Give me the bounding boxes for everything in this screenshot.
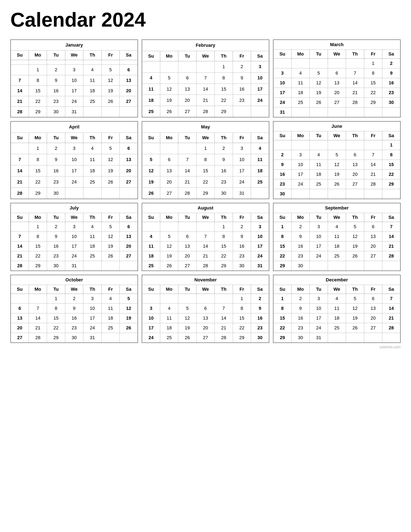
day-cell	[120, 333, 138, 343]
day-cell: 6	[178, 232, 196, 241]
day-cell: 26	[160, 106, 178, 117]
day-cell: 18	[83, 241, 101, 251]
day-cell: 14	[196, 241, 214, 251]
day-cell: 21	[196, 251, 214, 261]
calendar-grid: JanuarySuMoTuWeThFrSa1234567891011121314…	[10, 39, 401, 343]
day-header-fr: Fr	[101, 213, 119, 222]
day-cell: 10	[65, 154, 83, 165]
day-cell: 21	[364, 170, 382, 179]
day-cell: 8	[196, 154, 214, 165]
day-cell: 22	[29, 176, 47, 188]
day-cell: 9	[251, 304, 269, 314]
day-cell: 20	[364, 241, 382, 251]
month-table-september: SeptemberSuMoTuWeThFrSa12345678910111213…	[273, 203, 401, 271]
day-cell: 2	[215, 143, 233, 154]
day-cell: 2	[47, 222, 65, 232]
day-cell: 24	[251, 95, 269, 106]
day-cell: 23	[382, 88, 401, 98]
day-cell: 4	[83, 65, 101, 75]
day-cell: 20	[10, 323, 29, 333]
day-cell: 31	[83, 333, 101, 343]
day-cell: 5	[101, 222, 119, 232]
day-header-fr: Fr	[101, 133, 119, 143]
day-header-sa: Sa	[251, 213, 269, 222]
day-header-th: Th	[346, 131, 364, 140]
day-cell: 4	[328, 294, 346, 304]
day-header-sa: Sa	[382, 131, 401, 140]
day-cell: 28	[10, 107, 29, 117]
day-header-mo: Mo	[29, 133, 47, 143]
day-cell: 9	[233, 72, 251, 84]
day-cell: 1	[29, 222, 47, 232]
day-cell: 15	[215, 241, 233, 251]
day-cell: 11	[291, 78, 309, 88]
day-header-th: Th	[215, 213, 233, 222]
day-cell: 16	[47, 241, 65, 251]
day-cell: 11	[83, 154, 101, 165]
day-cell: 23	[233, 251, 251, 261]
day-cell: 29	[29, 107, 47, 117]
day-header-we: We	[328, 285, 346, 294]
day-cell: 9	[291, 232, 309, 241]
month-title-june: June	[273, 121, 401, 131]
day-cell: 30	[47, 261, 65, 271]
day-cell: 7	[10, 232, 29, 241]
day-cell: 5	[310, 68, 328, 78]
day-cell: 15	[273, 241, 291, 251]
day-cell: 23	[215, 176, 233, 188]
day-cell: 20	[346, 170, 364, 179]
day-header-th: Th	[346, 50, 364, 59]
day-cell: 11	[328, 304, 346, 314]
day-cell: 17	[65, 86, 83, 96]
day-cell: 26	[310, 98, 328, 107]
day-header-su: Su	[142, 213, 160, 222]
day-cell: 3	[233, 143, 251, 154]
day-header-sa: Sa	[382, 213, 401, 222]
day-cell	[142, 61, 160, 73]
day-cell: 17	[65, 241, 83, 251]
day-cell: 4	[142, 72, 160, 84]
day-cell	[101, 333, 119, 343]
day-cell: 21	[346, 88, 364, 98]
day-header-tu: Tu	[178, 285, 196, 294]
day-cell: 24	[310, 323, 328, 333]
day-cell: 16	[273, 170, 291, 179]
day-header-we: We	[196, 213, 214, 222]
day-header-su: Su	[273, 50, 291, 59]
day-cell	[364, 333, 382, 343]
day-cell: 14	[382, 304, 401, 314]
day-cell: 10	[83, 304, 101, 314]
month-table-august: AugustSuMoTuWeThFrSa12345678910111213141…	[142, 203, 269, 271]
page-title: Calendar 2024	[10, 8, 401, 31]
day-cell: 19	[120, 314, 138, 323]
day-cell	[101, 60, 119, 65]
day-cell: 8	[382, 150, 401, 160]
day-cell: 23	[273, 179, 291, 189]
day-cell	[273, 140, 291, 150]
day-cell: 13	[120, 75, 138, 86]
day-cell: 28	[346, 98, 364, 107]
day-cell: 3	[65, 143, 83, 154]
month-title-may: May	[142, 121, 269, 133]
day-header-fr: Fr	[364, 213, 382, 222]
day-cell: 24	[233, 176, 251, 188]
day-header-mo: Mo	[291, 213, 309, 222]
day-cell: 9	[273, 160, 291, 170]
day-cell	[29, 60, 47, 65]
day-cell: 8	[233, 304, 251, 314]
day-cell	[178, 143, 196, 154]
day-cell	[310, 261, 328, 271]
day-cell: 30	[215, 188, 233, 199]
day-cell: 15	[382, 160, 401, 170]
day-cell: 25	[101, 323, 119, 333]
day-cell: 15	[29, 165, 47, 176]
day-cell	[328, 140, 346, 150]
day-cell: 3	[273, 68, 291, 78]
day-header-fr: Fr	[233, 51, 251, 61]
day-header-mo: Mo	[291, 285, 309, 294]
day-cell: 11	[83, 75, 101, 86]
day-cell: 28	[29, 333, 47, 343]
day-cell: 15	[233, 314, 251, 323]
day-cell: 6	[10, 304, 29, 314]
day-cell: 27	[160, 188, 178, 199]
